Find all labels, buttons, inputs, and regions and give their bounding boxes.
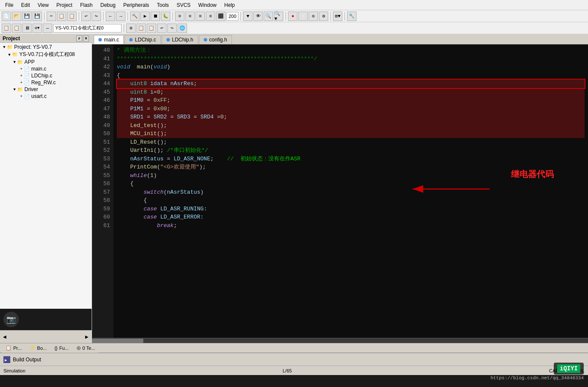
tb2-btn5[interactable]: 📋 <box>137 24 146 33</box>
code-line-50: MCU_init(); <box>117 130 585 138</box>
sidebar-bottom-nav: ◀ ▶ <box>0 330 92 343</box>
sidebar-prev-btn[interactable]: ◀ <box>2 334 8 340</box>
status-simulation: Simulation <box>3 368 25 373</box>
code-line-41: ****************************************… <box>117 55 585 63</box>
sidebar-pin-btn[interactable]: # <box>76 35 82 41</box>
tree-root[interactable]: ▼ 📁 Project: YS-V0.7 <box>0 44 92 50</box>
zoom2-btn[interactable]: ≡ <box>185 12 195 21</box>
bottom-tab-fu[interactable]: {} Fu... <box>50 343 72 353</box>
tb2-dropdown[interactable]: ⚙▼ <box>33 24 42 33</box>
code-scrollbar-thumb[interactable] <box>92 339 143 343</box>
mem-btn[interactable]: 🔍 <box>264 12 273 21</box>
tree-toggle-app: ▼ <box>12 59 17 65</box>
build-output-bar: ▶ Build Output <box>0 353 588 366</box>
tab-dot-mainc <box>98 38 102 41</box>
code-line-48: SRD1 = SRD2 = SRD3 = SRD4 =0; <box>117 113 585 121</box>
tab-label-ldchipc: LDChip.c <box>135 37 156 43</box>
tab-dot-configh <box>204 38 207 41</box>
zoom-dropdown[interactable]: ▼ <box>243 12 252 21</box>
tab-ldchipc[interactable]: LDChip.c <box>125 35 160 44</box>
bottom-tab-fu-icon: {} <box>54 346 57 351</box>
sidebar-next-btn[interactable]: ▶ <box>84 334 90 340</box>
tb2-btn7[interactable]: ↩ <box>157 24 166 33</box>
menu-view[interactable]: View <box>34 1 52 9</box>
code-line-57: switch(nAsrStatus) <box>117 188 585 197</box>
bottom-tab-bo[interactable]: ⚡ Bo... <box>26 343 51 353</box>
reg-btn[interactable]: 🔍▼ <box>274 12 283 21</box>
tab-ldchiph[interactable]: LDChip.h <box>162 35 198 44</box>
bottom-tab-project[interactable]: 📋 Pr... <box>2 343 26 353</box>
tb2-dash[interactable]: — <box>43 24 52 33</box>
code-line-55: while(1) <box>117 171 585 180</box>
new-btn[interactable]: 📄 <box>2 12 11 21</box>
copy-btn[interactable]: 📋 <box>57 12 66 21</box>
save-all-btn[interactable]: 💾 <box>33 12 42 21</box>
code-editor[interactable]: 40 41 42 43 44 45 46 47 48 49 50 51 52 5… <box>92 44 588 343</box>
tb2-btn2[interactable]: 📋 <box>12 24 21 33</box>
menu-tools[interactable]: Tools <box>154 1 172 9</box>
code-scrollbar[interactable] <box>92 338 588 343</box>
zoom-value[interactable]: 200 <box>226 12 238 21</box>
save-btn[interactable]: 💾 <box>22 12 32 21</box>
menu-svcs[interactable]: SVCS <box>173 1 194 9</box>
tree-toggle-project: ▼ <box>7 52 12 57</box>
driver-folder-icon: 📁 <box>17 87 23 92</box>
gear-btn[interactable]: ⚙ <box>319 12 328 21</box>
paste-btn[interactable]: 📋 <box>67 12 77 21</box>
tree-project[interactable]: ▼ 📁 YS-V0.7口令模式工程08 <box>0 50 92 59</box>
tab-configh[interactable]: config.h <box>199 35 232 44</box>
tb2-btn8[interactable]: ↪ <box>167 24 177 33</box>
wrench-btn[interactable]: 🔧 <box>347 12 356 21</box>
tb2-btn9[interactable]: 🌐 <box>178 24 187 33</box>
menu-window[interactable]: Window <box>195 1 220 9</box>
menu-file[interactable]: File <box>2 1 17 9</box>
tree-toggle-driver: ▼ <box>12 87 17 92</box>
code-text[interactable]: * 调用方法： ********************************… <box>113 44 588 338</box>
bottom-tab-te[interactable]: ◎ 0 Te... <box>73 343 99 353</box>
build-btn[interactable]: 🔨 <box>130 12 140 21</box>
undo-btn[interactable]: ↩ <box>81 12 91 21</box>
tb2-btn1[interactable]: 📋 <box>2 24 11 33</box>
grid-btn[interactable]: ⊞▼ <box>333 12 342 21</box>
tab-mainc[interactable]: main.c <box>94 35 124 44</box>
zoom3-btn[interactable]: ≡ <box>196 12 205 21</box>
red-circle[interactable]: ● <box>288 12 297 21</box>
file-icon-regrwc: 📄 <box>24 80 30 86</box>
tree-app-folder[interactable]: ▼ 📁 APP <box>0 59 92 65</box>
tb2-btn6[interactable]: 📋 <box>147 24 156 33</box>
bottom-tab-fu-label: Fu... <box>59 346 69 351</box>
stop-btn[interactable]: ⏹ <box>151 12 160 21</box>
run-btn[interactable]: ▶ <box>140 12 150 21</box>
redo-btn[interactable]: ↪ <box>92 12 101 21</box>
debug-btn[interactable]: 🐛 <box>161 12 170 21</box>
tree-regrwc-label: Reg_RW.c <box>31 80 56 86</box>
zoom4-btn[interactable]: ≡ <box>206 12 215 21</box>
camera-button[interactable]: 📷 <box>3 312 19 327</box>
menu-edit[interactable]: Edit <box>18 1 33 9</box>
zoom1-btn[interactable]: ≡ <box>175 12 184 21</box>
white-circle[interactable]: ○ <box>298 12 308 21</box>
sidebar-close-btn[interactable]: ✕ <box>83 35 89 41</box>
menu-peripherals[interactable]: Peripherals <box>120 1 153 9</box>
watch-btn[interactable]: 👁 <box>253 12 263 21</box>
tb2-btn4[interactable]: ⚙ <box>126 24 136 33</box>
target-btn[interactable]: ⊙ <box>309 12 318 21</box>
file-icon-usartc: 📄 <box>24 94 30 99</box>
tree-usart-c[interactable]: + 📄 usart.c <box>0 93 92 100</box>
open-btn[interactable]: 📂 <box>12 12 21 21</box>
menu-debug[interactable]: Debug <box>97 1 119 9</box>
cut-btn[interactable]: ✂ <box>47 12 56 21</box>
forward-btn[interactable]: → <box>116 12 125 21</box>
menu-help[interactable]: Help <box>221 1 238 9</box>
tree-project-label: YS-V0.7口令模式工程08 <box>19 51 75 58</box>
tree-ldchip-c[interactable]: + 📄 LDChip.c <box>0 72 92 79</box>
back-btn[interactable]: ← <box>106 12 115 21</box>
tree-main-c[interactable]: + 📄 main.c <box>0 65 92 72</box>
menu-flash[interactable]: Flash <box>77 1 96 9</box>
menu-project[interactable]: Project <box>53 1 76 9</box>
tree-regrw-c[interactable]: + 📄 Reg_RW.c <box>0 79 92 86</box>
tb2-btn3[interactable]: 🖥 <box>22 24 32 33</box>
tree-driver-folder[interactable]: ▼ 📁 Driver <box>0 86 92 93</box>
zoom5-btn[interactable]: ⬛ <box>216 12 226 21</box>
code-line-47: P1M1 = 0x00; <box>117 105 585 113</box>
